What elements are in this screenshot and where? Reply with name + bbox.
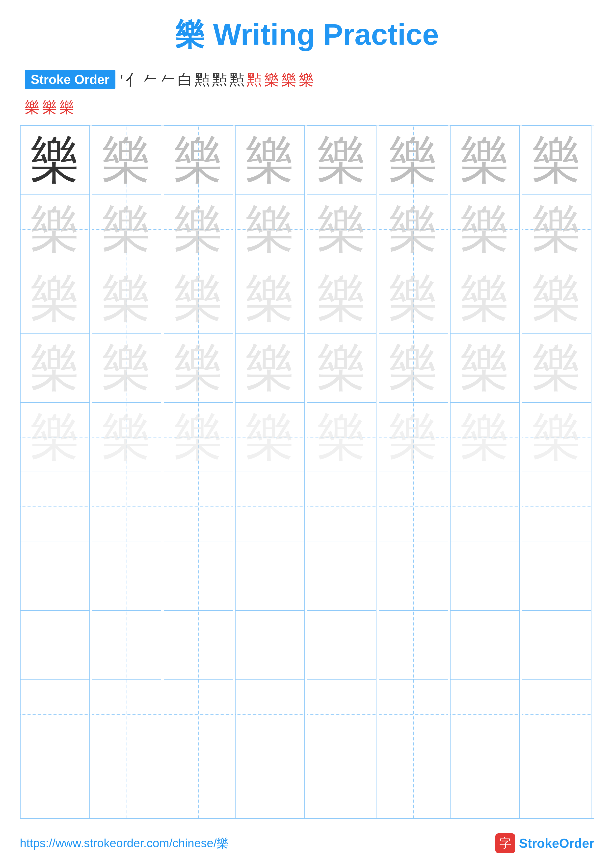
- practice-char: 樂: [102, 135, 151, 185]
- practice-char: 樂: [460, 343, 510, 393]
- grid-cell-r5c1[interactable]: 樂: [20, 403, 90, 472]
- grid-cell-r2c1[interactable]: 樂: [20, 195, 90, 264]
- stroke-step-10: 樂: [264, 70, 279, 90]
- grid-cell-r10c7[interactable]: [450, 749, 520, 818]
- grid-cell-r9c8[interactable]: [522, 680, 591, 749]
- grid-cell-r8c6[interactable]: [379, 611, 448, 680]
- grid-cell-r4c4[interactable]: 樂: [235, 333, 305, 403]
- grid-cell-r6c1[interactable]: [20, 472, 90, 541]
- grid-cell-r1c8[interactable]: 樂: [522, 126, 591, 195]
- grid-cell-r1c4[interactable]: 樂: [235, 126, 305, 195]
- grid-cell-r3c4[interactable]: 樂: [235, 264, 305, 333]
- grid-cell-r6c7[interactable]: [450, 472, 520, 541]
- practice-char: 樂: [245, 274, 295, 323]
- grid-cell-r3c7[interactable]: 樂: [450, 264, 520, 333]
- grid-cell-r10c5[interactable]: [307, 749, 376, 818]
- grid-cell-r6c6[interactable]: [379, 472, 448, 541]
- grid-cell-r9c6[interactable]: [379, 680, 448, 749]
- grid-cell-r5c5[interactable]: 樂: [307, 403, 376, 472]
- grid-cell-r5c4[interactable]: 樂: [235, 403, 305, 472]
- grid-cell-r9c4[interactable]: [235, 680, 305, 749]
- grid-cell-r8c5[interactable]: [307, 611, 376, 680]
- grid-cell-r9c3[interactable]: [164, 680, 233, 749]
- grid-cell-r9c5[interactable]: [307, 680, 376, 749]
- grid-cell-r3c2[interactable]: 樂: [92, 264, 161, 333]
- grid-cell-r4c1[interactable]: 樂: [20, 333, 90, 403]
- grid-cell-r2c4[interactable]: 樂: [235, 195, 305, 264]
- grid-cell-r3c5[interactable]: 樂: [307, 264, 376, 333]
- grid-cell-r1c6[interactable]: 樂: [379, 126, 448, 195]
- practice-char: 樂: [30, 412, 80, 462]
- grid-cell-r7c5[interactable]: [307, 541, 376, 611]
- grid-cell-r2c3[interactable]: 樂: [164, 195, 233, 264]
- grid-cell-r8c4[interactable]: [235, 611, 305, 680]
- grid-cell-r1c7[interactable]: 樂: [450, 126, 520, 195]
- logo-icon: 字: [495, 833, 515, 853]
- grid-cell-r3c8[interactable]: 樂: [522, 264, 591, 333]
- grid-cell-r5c8[interactable]: 樂: [522, 403, 591, 472]
- grid-cell-r2c2[interactable]: 樂: [92, 195, 161, 264]
- grid-cell-r10c8[interactable]: [522, 749, 591, 818]
- grid-cell-r8c8[interactable]: [522, 611, 591, 680]
- practice-char: 樂: [174, 412, 223, 462]
- grid-cell-r3c3[interactable]: 樂: [164, 264, 233, 333]
- grid-cell-r2c8[interactable]: 樂: [522, 195, 591, 264]
- grid-cell-r5c3[interactable]: 樂: [164, 403, 233, 472]
- practice-char: 樂: [532, 135, 581, 185]
- grid-cell-r5c7[interactable]: 樂: [450, 403, 520, 472]
- grid-cell-r7c7[interactable]: [450, 541, 520, 611]
- grid-cell-r10c1[interactable]: [20, 749, 90, 818]
- grid-cell-r4c7[interactable]: 樂: [450, 333, 520, 403]
- grid-cell-r9c1[interactable]: [20, 680, 90, 749]
- grid-cell-r1c5[interactable]: 樂: [307, 126, 376, 195]
- grid-cell-r9c2[interactable]: [92, 680, 161, 749]
- grid-cell-r8c2[interactable]: [92, 611, 161, 680]
- grid-cell-r3c6[interactable]: 樂: [379, 264, 448, 333]
- grid-cell-r5c6[interactable]: 樂: [379, 403, 448, 472]
- grid-cell-r4c5[interactable]: 樂: [307, 333, 376, 403]
- grid-cell-r6c2[interactable]: [92, 472, 161, 541]
- practice-char: 樂: [245, 343, 295, 393]
- grid-cell-r2c5[interactable]: 樂: [307, 195, 376, 264]
- grid-cell-r6c8[interactable]: [522, 472, 591, 541]
- grid-cell-r7c3[interactable]: [164, 541, 233, 611]
- practice-char: 樂: [245, 205, 295, 254]
- stroke-sequence: ' 亻 𠂉 𠂉 白 㸃 㸃 㸃 㸃 樂 樂 樂: [120, 70, 314, 90]
- grid-cell-r10c2[interactable]: [92, 749, 161, 818]
- practice-char: 樂: [317, 343, 367, 393]
- grid-cell-r6c5[interactable]: [307, 472, 376, 541]
- grid-cell-r4c6[interactable]: 樂: [379, 333, 448, 403]
- grid-cell-r7c4[interactable]: [235, 541, 305, 611]
- grid-cell-r7c2[interactable]: [92, 541, 161, 611]
- grid-cell-r7c1[interactable]: [20, 541, 90, 611]
- stroke-row2: 樂 樂 樂: [20, 98, 594, 118]
- grid-cell-r9c7[interactable]: [450, 680, 520, 749]
- grid-cell-r2c6[interactable]: 樂: [379, 195, 448, 264]
- grid-cell-r6c4[interactable]: [235, 472, 305, 541]
- grid-cell-r8c7[interactable]: [450, 611, 520, 680]
- grid-cell-r4c3[interactable]: 樂: [164, 333, 233, 403]
- grid-cell-r3c1[interactable]: 樂: [20, 264, 90, 333]
- grid-cell-r1c3[interactable]: 樂: [164, 126, 233, 195]
- grid-cell-r1c1[interactable]: 樂: [20, 126, 90, 195]
- grid-cell-r10c6[interactable]: [379, 749, 448, 818]
- grid-cell-r7c8[interactable]: [522, 541, 591, 611]
- grid-cell-r4c2[interactable]: 樂: [92, 333, 161, 403]
- grid-cell-r10c4[interactable]: [235, 749, 305, 818]
- grid-cell-r8c3[interactable]: [164, 611, 233, 680]
- grid-cell-r2c7[interactable]: 樂: [450, 195, 520, 264]
- practice-char: 樂: [102, 412, 151, 462]
- grid-cell-r7c6[interactable]: [379, 541, 448, 611]
- grid-cell-r1c2[interactable]: 樂: [92, 126, 161, 195]
- stroke-row2-1: 樂: [25, 98, 40, 118]
- practice-char: 樂: [317, 135, 367, 185]
- stroke-row2-3: 樂: [59, 98, 74, 118]
- grid-cell-r5c2[interactable]: 樂: [92, 403, 161, 472]
- grid-cell-r6c3[interactable]: [164, 472, 233, 541]
- footer-url[interactable]: https://www.strokeorder.com/chinese/樂: [20, 835, 229, 851]
- grid-cell-r4c8[interactable]: 樂: [522, 333, 591, 403]
- stroke-step-3: 𠂉: [143, 71, 158, 88]
- stroke-step-5: 白: [177, 70, 193, 90]
- grid-cell-r10c3[interactable]: [164, 749, 233, 818]
- grid-cell-r8c1[interactable]: [20, 611, 90, 680]
